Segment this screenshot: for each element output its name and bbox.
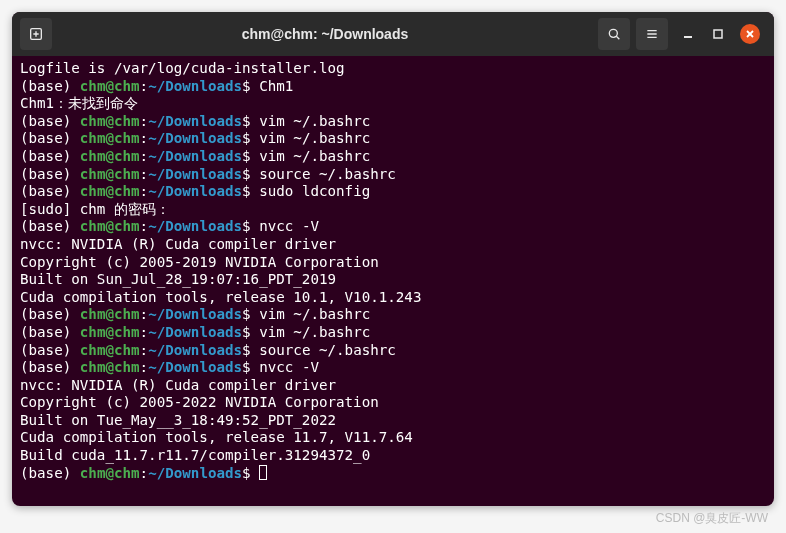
terminal-line: (base) chm@chm:~/Downloads$ Chm1 [20, 78, 766, 96]
prompt-userhost: chm@chm [80, 78, 140, 94]
prompt-colon: : [140, 342, 149, 358]
command-text: vim ~/.bashrc [259, 306, 370, 322]
terminal-line: Chm1：未找到命令 [20, 95, 766, 113]
terminal-line: nvcc: NVIDIA (R) Cuda compiler driver [20, 236, 766, 254]
prompt-path: ~/Downloads [148, 130, 242, 146]
prompt-colon: : [140, 166, 149, 182]
window-controls [674, 24, 766, 44]
prompt-dollar: $ [242, 218, 259, 234]
terminal-line: Built on Tue_May__3_18:49:52_PDT_2022 [20, 412, 766, 430]
terminal-line: Cuda compilation tools, release 10.1, V1… [20, 289, 766, 307]
prompt-dollar: $ [242, 78, 259, 94]
prompt-dollar: $ [242, 342, 259, 358]
output-text: nvcc: NVIDIA (R) Cuda compiler driver [20, 377, 336, 393]
prompt-base: (base) [20, 342, 80, 358]
prompt-base: (base) [20, 113, 80, 129]
terminal-line: Built on Sun_Jul_28_19:07:16_PDT_2019 [20, 271, 766, 289]
prompt-base: (base) [20, 166, 80, 182]
command-text: source ~/.bashrc [259, 166, 396, 182]
terminal-line: nvcc: NVIDIA (R) Cuda compiler driver [20, 377, 766, 395]
terminal-line: (base) chm@chm:~/Downloads$ vim ~/.bashr… [20, 113, 766, 131]
cursor [259, 465, 267, 480]
prompt-userhost: chm@chm [80, 324, 140, 340]
prompt-path: ~/Downloads [148, 342, 242, 358]
close-button[interactable] [740, 24, 760, 44]
prompt-base: (base) [20, 148, 80, 164]
prompt-userhost: chm@chm [80, 113, 140, 129]
prompt-colon: : [140, 78, 149, 94]
output-text: Logfile is /var/log/cuda-installer.log [20, 60, 345, 76]
output-text: Cuda compilation tools, release 11.7, V1… [20, 429, 413, 445]
prompt-colon: : [140, 465, 149, 481]
svg-point-3 [609, 29, 617, 37]
terminal-window: chm@chm: ~/Downloads Logfile is /var/log… [12, 12, 774, 506]
output-text: [sudo] chm 的密码： [20, 201, 170, 217]
search-button[interactable] [598, 18, 630, 50]
terminal-line: (base) chm@chm:~/Downloads$ source ~/.ba… [20, 342, 766, 360]
prompt-base: (base) [20, 465, 80, 481]
command-text: vim ~/.bashrc [259, 148, 370, 164]
new-tab-button[interactable] [20, 18, 52, 50]
prompt-userhost: chm@chm [80, 130, 140, 146]
command-text: nvcc -V [259, 359, 319, 375]
prompt-dollar: $ [242, 359, 259, 375]
command-text: source ~/.bashrc [259, 342, 396, 358]
prompt-base: (base) [20, 218, 80, 234]
terminal-line: Cuda compilation tools, release 11.7, V1… [20, 429, 766, 447]
prompt-userhost: chm@chm [80, 465, 140, 481]
prompt-path: ~/Downloads [148, 306, 242, 322]
prompt-colon: : [140, 148, 149, 164]
terminal-line: (base) chm@chm:~/Downloads$ vim ~/.bashr… [20, 130, 766, 148]
output-text: Copyright (c) 2005-2019 NVIDIA Corporati… [20, 254, 379, 270]
output-text: Build cuda_11.7.r11.7/compiler.31294372_… [20, 447, 370, 463]
command-text: vim ~/.bashrc [259, 324, 370, 340]
prompt-dollar: $ [242, 324, 259, 340]
prompt-userhost: chm@chm [80, 166, 140, 182]
terminal-line: (base) chm@chm:~/Downloads$ vim ~/.bashr… [20, 306, 766, 324]
prompt-userhost: chm@chm [80, 342, 140, 358]
prompt-dollar: $ [242, 306, 259, 322]
prompt-dollar: $ [242, 183, 259, 199]
command-text: sudo ldconfig [259, 183, 370, 199]
prompt-userhost: chm@chm [80, 306, 140, 322]
terminal-line: (base) chm@chm:~/Downloads$ sudo ldconfi… [20, 183, 766, 201]
prompt-path: ~/Downloads [148, 78, 242, 94]
svg-line-4 [616, 36, 619, 39]
hamburger-icon [644, 26, 660, 42]
prompt-colon: : [140, 130, 149, 146]
terminal-line: (base) chm@chm:~/Downloads$ source ~/.ba… [20, 166, 766, 184]
output-text: Cuda compilation tools, release 10.1, V1… [20, 289, 421, 305]
prompt-dollar: $ [242, 113, 259, 129]
watermark: CSDN @臭皮匠-WW [656, 510, 768, 527]
minimize-button[interactable] [680, 26, 696, 42]
prompt-path: ~/Downloads [148, 113, 242, 129]
terminal-line: [sudo] chm 的密码： [20, 201, 766, 219]
prompt-base: (base) [20, 183, 80, 199]
prompt-path: ~/Downloads [148, 359, 242, 375]
close-icon [744, 28, 756, 40]
output-text: Copyright (c) 2005-2022 NVIDIA Corporati… [20, 394, 379, 410]
command-text: nvcc -V [259, 218, 319, 234]
prompt-path: ~/Downloads [148, 166, 242, 182]
prompt-path: ~/Downloads [148, 218, 242, 234]
menu-button[interactable] [636, 18, 668, 50]
terminal-line: (base) chm@chm:~/Downloads$ vim ~/.bashr… [20, 148, 766, 166]
maximize-button[interactable] [710, 26, 726, 42]
command-text: Chm1 [259, 78, 293, 94]
prompt-dollar: $ [242, 465, 259, 481]
minimize-icon [682, 28, 694, 40]
terminal-line: Copyright (c) 2005-2022 NVIDIA Corporati… [20, 394, 766, 412]
prompt-dollar: $ [242, 130, 259, 146]
prompt-path: ~/Downloads [148, 324, 242, 340]
terminal-output[interactable]: Logfile is /var/log/cuda-installer.log(b… [12, 56, 774, 506]
prompt-base: (base) [20, 324, 80, 340]
prompt-userhost: chm@chm [80, 148, 140, 164]
prompt-userhost: chm@chm [80, 183, 140, 199]
prompt-colon: : [140, 113, 149, 129]
prompt-colon: : [140, 324, 149, 340]
terminal-line: (base) chm@chm:~/Downloads$ vim ~/.bashr… [20, 324, 766, 342]
maximize-icon [712, 28, 724, 40]
prompt-colon: : [140, 359, 149, 375]
window-title: chm@chm: ~/Downloads [58, 26, 592, 42]
prompt-path: ~/Downloads [148, 465, 242, 481]
